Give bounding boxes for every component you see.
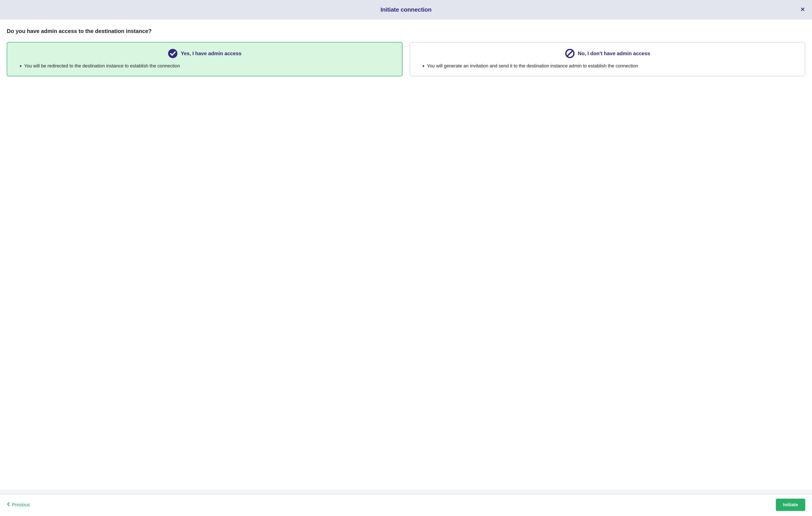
option-yes-list: You will be redirected to the destinatio… xyxy=(14,63,395,69)
question-heading: Do you have admin access to the destinat… xyxy=(7,28,805,34)
previous-label: Previous xyxy=(12,502,30,508)
option-no-bullet: You will generate an invitation and send… xyxy=(427,63,798,69)
check-circle-icon xyxy=(168,49,178,59)
svg-point-2 xyxy=(168,49,177,58)
option-yes-header: Yes, I have admin access xyxy=(14,49,395,59)
modal-body: Do you have admin access to the destinat… xyxy=(0,20,812,490)
option-no-list: You will generate an invitation and send… xyxy=(417,63,798,69)
option-no-title: No, I don't have admin access xyxy=(578,51,650,56)
modal-footer: Previous Initiate xyxy=(0,494,812,516)
modal-header: Initiate connection xyxy=(0,0,812,20)
footer-divider xyxy=(0,490,812,494)
initiate-button[interactable]: Initiate xyxy=(776,499,805,511)
option-no-header: No, I don't have admin access xyxy=(417,49,798,59)
option-group: Yes, I have admin access You will be red… xyxy=(7,42,805,76)
option-yes-bullet: You will be redirected to the destinatio… xyxy=(24,63,395,69)
option-yes-title: Yes, I have admin access xyxy=(181,51,241,56)
close-button[interactable] xyxy=(799,6,806,13)
close-icon xyxy=(801,7,805,12)
previous-button[interactable]: Previous xyxy=(7,502,30,508)
modal-title: Initiate connection xyxy=(380,6,432,13)
prohibit-icon xyxy=(565,49,575,59)
option-yes-card[interactable]: Yes, I have admin access You will be red… xyxy=(7,42,402,76)
svg-line-4 xyxy=(567,51,573,56)
chevron-left-icon xyxy=(7,502,10,508)
option-no-card[interactable]: No, I don't have admin access You will g… xyxy=(410,42,805,76)
